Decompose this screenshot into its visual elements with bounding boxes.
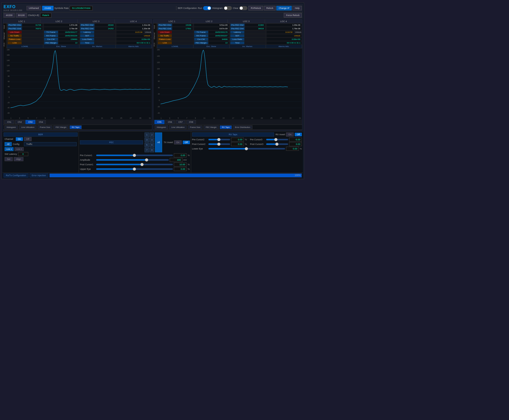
tx-on-btn[interactable]: On (174, 140, 182, 144)
all-btn[interactable]: All (5, 142, 12, 146)
right-prefec-ch1-ber-cell: 9.51e-09 (193, 23, 230, 27)
right-eth-row1: Link Down TX Frame 18452393176 Latency 1… (157, 31, 302, 34)
right-fec-margin-tab[interactable]: FEC Margin (203, 125, 219, 129)
left-ch4-tab[interactable]: Ch4 (36, 120, 46, 124)
post-cursor2-track[interactable] (208, 143, 230, 145)
force-relock-btn[interactable]: Force Relock (284, 13, 302, 18)
right-pcs-skew[interactable]: Exc. Skew (193, 45, 230, 48)
rx-on-btn[interactable]: On (286, 132, 294, 137)
right-cor-cw-val: 94608 (209, 38, 229, 41)
right-pcs-marker[interactable]: Inv. Marker. (230, 45, 266, 48)
right-ch7-tab[interactable]: Ch7 (176, 120, 186, 124)
link2-btn[interactable]: Link 2 (15, 147, 23, 151)
pre-cursor2-track[interactable] (208, 139, 230, 140)
right-ethernet-label: Ethernet (153, 32, 157, 40)
tx-invert-group: TX Invert On Off (164, 140, 190, 144)
left-fec-margin-tab[interactable]: FEC Margin (53, 125, 69, 129)
right-pcs-loaml[interactable]: LOAML (157, 45, 193, 48)
clear-toggle[interactable] (239, 6, 247, 10)
left-frame-size-tab[interactable]: Frame Size (37, 125, 52, 129)
left-loc4: LOC 4 (115, 20, 152, 23)
right-ch6-tab[interactable]: Ch6 (165, 120, 175, 124)
link1-btn[interactable]: Link 1 (5, 147, 13, 151)
change-ip-btn[interactable]: Change IP (276, 6, 292, 10)
left-no-traffic-cell: No Traffic (7, 34, 43, 37)
lower-eye-track[interactable] (208, 148, 285, 149)
right-fec-margin-label: FEC Margin (194, 41, 208, 44)
left-loa-label: LOA (8, 41, 22, 44)
left-line-util-tab[interactable]: Line Utilization (19, 125, 37, 129)
progress-bar-container: 100% (49, 173, 302, 177)
post-cursor3-track[interactable] (266, 143, 288, 145)
right-prefec-ch4-ber-cell: 1.78e-08 (266, 27, 302, 30)
right-frame-size-tab[interactable]: Frame Size (188, 125, 203, 129)
histogram-toggle[interactable] (224, 6, 232, 10)
upper-eye-fill (96, 168, 135, 170)
right-prefec-ch3-label: Pre-FEC Ch3 (158, 27, 172, 30)
left-fec-margin-val: 13 (59, 41, 79, 44)
left-pcs-loaml[interactable]: LOAML (7, 45, 43, 48)
pre-cursor1-track[interactable] (96, 155, 173, 156)
clear-label: Clear (233, 7, 238, 9)
pre-cursor3-thumb (274, 138, 277, 141)
ber-section-header: BER (4, 132, 78, 137)
left-latency-val: 1115.34 (117, 31, 144, 34)
left-loss-ratio-val-cell: 0.00e+00 (116, 38, 152, 41)
right-pcs-alarms[interactable]: Alarms Adv. (266, 45, 302, 48)
right-prefec-ch4-label: Pre-FEC Ch4 (230, 27, 245, 30)
left-no-traffic-label: No Traffic (8, 34, 22, 37)
left-cor-cw-val: 158660 (59, 38, 79, 41)
relock-btn[interactable]: Relock (264, 6, 276, 10)
num-btns-row3: 5 6 (145, 143, 154, 147)
left-pattern-loss-cell: Pattern Loss (7, 38, 43, 41)
channel-on-btn[interactable]: On (16, 137, 23, 141)
post-cursor1-track[interactable] (96, 164, 173, 165)
main-panels: LOC 1 LOC 2 LOC 3 LOC 4 Host Ethernet PC… (3, 18, 303, 131)
pre-cursor3-track[interactable] (266, 139, 288, 140)
left-rx-taps-tab[interactable]: RX Taps (69, 125, 82, 129)
left-histogram-tab[interactable]: Histogram (4, 125, 18, 129)
align-btn[interactable]: Align (14, 157, 23, 161)
right-line-util-tab[interactable]: Line Utilization (169, 125, 187, 129)
left-ch3-tab[interactable]: Ch3 (25, 120, 35, 124)
right-error-dist-tab[interactable]: Error Distribution (233, 125, 252, 129)
unframed-btn[interactable]: Unframed (26, 6, 41, 10)
amplitude-track[interactable] (96, 159, 169, 161)
left-link-down-cell: Link Down (7, 31, 43, 34)
left-ch2-tab[interactable]: Ch2 (15, 120, 25, 124)
pre-cursor2-thumb (217, 138, 220, 141)
right-sdt-label: SDT (230, 34, 244, 37)
channel-off-btn[interactable]: Off (24, 137, 32, 141)
host-side-label: Host (3, 25, 7, 29)
right-ch5-tab[interactable]: Ch5 (154, 120, 164, 124)
left-loss-ratio-cell: Loss Ratio (79, 38, 116, 41)
config-label: Config (13, 143, 23, 145)
right-prefec-ch1-cell: Pre-FEC Ch1 19198 (157, 23, 193, 27)
left-pcs-skew[interactable]: Exc. Skew (43, 45, 80, 48)
status-bar: Rx/Tx Configuration Error Injection 100% (3, 173, 303, 178)
mode-4x200-btn[interactable]: 4X200 (4, 13, 15, 18)
right-histogram-tab[interactable]: Histogram (154, 125, 168, 129)
set-btn[interactable]: Set (5, 157, 13, 161)
right-sdt-val-cell: Unlock (266, 34, 302, 37)
run-toggle[interactable] (203, 6, 211, 10)
upper-eye-track[interactable] (96, 168, 173, 170)
mode-8x100-btn[interactable]: 8X100 (16, 13, 27, 18)
left-pcs-marker[interactable]: Inv. Marker. (79, 45, 116, 48)
left-latency-val-cell: 1115.34 Unlock (116, 31, 152, 34)
right-time-val-cell: 00 h 00 m 31 s (266, 41, 302, 44)
rxrelock-btn[interactable]: RXRelock (248, 6, 263, 10)
right-eth-row2: No Traffic RX Frame 18452393237 SDT Unlo… (157, 34, 302, 38)
left-ch1-tab[interactable]: Ch1 (4, 120, 14, 124)
fec-all-btn[interactable]: All (155, 132, 162, 152)
mode-2x400-btn[interactable]: 2X400 (42, 6, 53, 10)
help-btn[interactable]: Help (292, 6, 302, 10)
app-logo: EXFO (4, 5, 16, 9)
rx-off-btn[interactable]: Off (295, 133, 302, 136)
right-ch8-tab[interactable]: Ch8 (186, 120, 196, 124)
right-rx-taps-tab[interactable]: RX Taps (220, 125, 232, 129)
tx-off-btn[interactable]: Off (183, 141, 190, 144)
right-host-row1: Pre-FEC Ch1 19198 9.51e-09 Pre-FEC Ch2 2… (157, 23, 302, 27)
right-cor-cw-label: Cor-CW (194, 38, 208, 41)
left-pcs-alarms[interactable]: Alarms Adv. (116, 45, 152, 48)
